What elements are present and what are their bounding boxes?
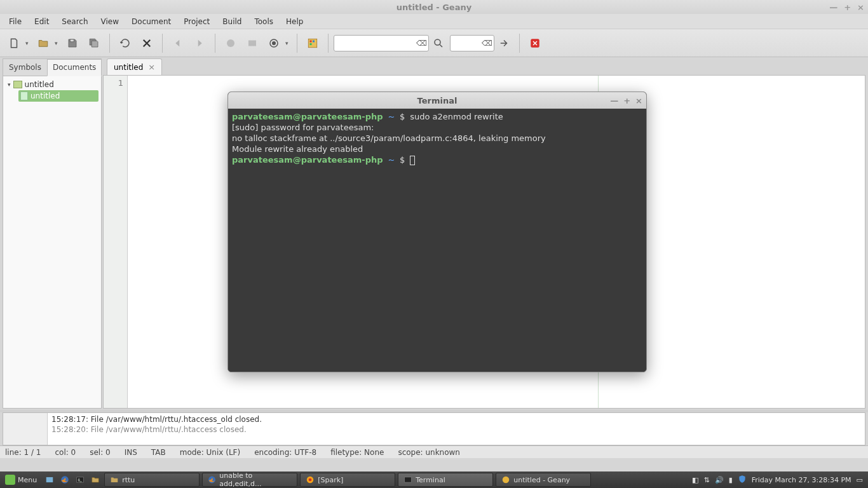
menu-project[interactable]: Project xyxy=(177,15,216,28)
quit-button[interactable] xyxy=(525,33,545,53)
close-file-button[interactable] xyxy=(137,33,157,53)
menu-build[interactable]: Build xyxy=(216,15,248,28)
svg-point-17 xyxy=(309,478,312,482)
svg-text:$_: $_ xyxy=(78,478,82,482)
sidebar: Symbols Documents ▾ untitled untitled xyxy=(3,58,102,409)
svg-rect-6 xyxy=(310,40,312,42)
back-button[interactable] xyxy=(168,33,188,53)
term-prompt-sym: $ xyxy=(400,112,405,121)
terminal-titlebar[interactable]: Terminal — + × xyxy=(228,92,646,109)
maximize-icon[interactable]: + xyxy=(844,3,851,12)
close-icon[interactable]: × xyxy=(857,3,864,12)
sidebar-tab-symbols[interactable]: Symbols xyxy=(3,59,47,76)
svg-rect-18 xyxy=(405,477,412,482)
terminal-launcher[interactable]: $_ xyxy=(72,473,88,487)
save-button[interactable] xyxy=(62,33,83,53)
menu-file[interactable]: File xyxy=(3,15,28,28)
files-launcher[interactable] xyxy=(88,473,103,487)
tray-app-icon[interactable]: ◧ xyxy=(692,476,698,484)
terminal-minimize-icon[interactable]: — xyxy=(610,96,618,105)
msg-line: 15:28:20: File /var/www/html/rttu/.htacc… xyxy=(51,424,861,435)
minimize-icon[interactable]: — xyxy=(829,3,837,12)
color-picker-button[interactable] xyxy=(302,33,323,53)
run-drop-icon[interactable]: ▾ xyxy=(285,40,292,46)
tree-root-label: untitled xyxy=(25,80,54,89)
open-file-drop-icon[interactable]: ▾ xyxy=(55,40,61,46)
message-panel-main[interactable]: 15:28:17: File /var/www/html/rttu/.htacc… xyxy=(48,413,865,445)
search-clear-icon[interactable]: ⌫ xyxy=(416,39,427,48)
status-ftype: filetype: None xyxy=(330,448,384,457)
app-title: untitled - Geany xyxy=(397,3,471,12)
taskbar-app-terminal[interactable]: Terminal xyxy=(398,473,493,487)
tree-item-untitled[interactable]: untitled xyxy=(18,90,98,102)
search-button[interactable] xyxy=(428,33,449,53)
svg-point-19 xyxy=(503,477,510,484)
taskbar-app-firefox[interactable]: unable to add,edit,d... xyxy=(202,473,297,487)
firefox-launcher[interactable] xyxy=(57,473,72,487)
taskbar-app-label: Terminal xyxy=(416,476,445,484)
shield-icon[interactable] xyxy=(738,475,747,485)
show-desktop-button[interactable] xyxy=(42,473,57,487)
svg-rect-2 xyxy=(248,40,256,46)
terminal-body[interactable]: parvateesam@parvateesam-php ~ $ sudo a2e… xyxy=(228,109,646,372)
status-ins: INS xyxy=(125,448,137,457)
network-icon[interactable]: ⇅ xyxy=(703,476,709,484)
save-all-button[interactable] xyxy=(84,33,104,53)
taskbar-app-spark[interactable]: [Spark] xyxy=(300,473,395,487)
message-panel-side[interactable] xyxy=(3,413,48,445)
goto-button[interactable] xyxy=(494,33,514,53)
taskbar: Menu $_ rttu unable to add,edit,d... [Sp… xyxy=(0,471,868,488)
svg-rect-11 xyxy=(46,477,53,482)
terminal-close-icon[interactable]: × xyxy=(635,96,642,105)
document-icon xyxy=(20,92,28,100)
menu-help[interactable]: Help xyxy=(280,15,309,28)
menubar: File Edit Search View Document Project B… xyxy=(0,14,868,29)
taskbar-app-label: rttu xyxy=(122,476,135,484)
line-number: 1 xyxy=(104,78,123,90)
reload-button[interactable] xyxy=(115,33,135,53)
mint-logo-icon xyxy=(5,475,15,485)
run-button[interactable] xyxy=(264,33,284,53)
sidebar-tab-documents[interactable]: Documents xyxy=(47,59,102,76)
taskbar-app-rttu[interactable]: rttu xyxy=(104,473,200,487)
battery-icon[interactable]: ▮ xyxy=(729,476,733,484)
search-input[interactable] xyxy=(334,35,429,51)
svg-point-1 xyxy=(227,39,234,47)
clock-text[interactable]: Friday March 27, 3:28:34 PM xyxy=(752,476,851,484)
term-out: Module rewrite already enabled xyxy=(232,144,363,154)
tray-extra-icon[interactable]: ▭ xyxy=(857,476,863,484)
compile-button[interactable] xyxy=(220,33,241,53)
status-sel: sel: 0 xyxy=(90,448,110,457)
status-enc: encoding: UTF-8 xyxy=(254,448,316,457)
taskbar-app-label: unable to add,edit,d... xyxy=(219,471,292,488)
menu-search[interactable]: Search xyxy=(55,15,94,28)
goto-clear-icon[interactable]: ⌫ xyxy=(482,39,492,48)
open-file-button[interactable] xyxy=(33,33,53,53)
menu-tools[interactable]: Tools xyxy=(248,15,280,28)
tree-root[interactable]: ▾ untitled xyxy=(6,79,98,90)
svg-point-9 xyxy=(435,39,440,45)
term-prompt-sym: $ xyxy=(400,155,405,165)
doc-tab-untitled[interactable]: untitled × xyxy=(107,58,162,75)
toolbar: ▾ ▾ ▾ ⌫ ⌫ xyxy=(0,29,868,57)
terminal-maximize-icon[interactable]: + xyxy=(623,96,630,105)
disclose-icon[interactable]: ▾ xyxy=(8,81,11,88)
doc-tab-close-icon[interactable]: × xyxy=(148,62,155,72)
status-col: col: 0 xyxy=(55,448,76,457)
new-file-button[interactable] xyxy=(4,33,24,53)
menu-edit[interactable]: Edit xyxy=(28,15,55,28)
taskbar-menu-label: Menu xyxy=(18,476,37,484)
menu-document[interactable]: Document xyxy=(125,15,177,28)
svg-rect-8 xyxy=(310,43,312,45)
terminal-window[interactable]: Terminal — + × parvateesam@parvateesam-p… xyxy=(227,92,647,372)
volume-icon[interactable]: 🔊 xyxy=(715,476,724,484)
menu-view[interactable]: View xyxy=(95,15,125,28)
taskbar-app-geany[interactable]: untitled - Geany xyxy=(496,473,591,487)
term-prompt-user: parvateesam@parvateesam-php xyxy=(232,112,383,121)
svg-rect-5 xyxy=(308,39,317,48)
forward-button[interactable] xyxy=(189,33,210,53)
taskbar-menu-button[interactable]: Menu xyxy=(0,471,42,488)
new-file-drop-icon[interactable]: ▾ xyxy=(25,40,32,46)
statusbar: line: 1 / 1 col: 0 sel: 0 INS TAB mode: … xyxy=(0,445,868,458)
build-button[interactable] xyxy=(242,33,262,53)
